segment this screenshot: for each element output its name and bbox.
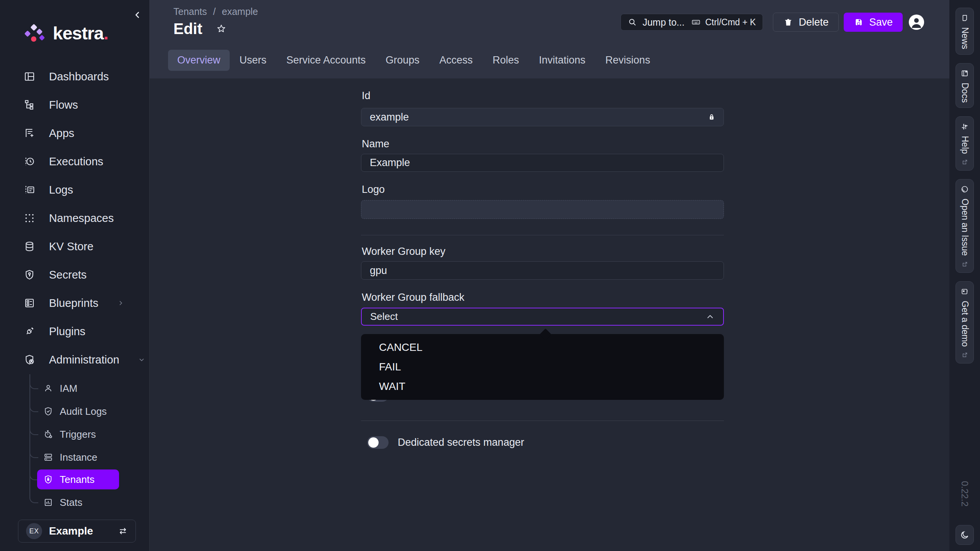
search-shortcut: Ctrl/Cmd + K bbox=[691, 17, 756, 28]
plugins-icon bbox=[24, 326, 35, 337]
tenant-switcher[interactable]: EX Example bbox=[18, 520, 136, 543]
sidebar-item-label: Administration bbox=[49, 354, 119, 366]
external-link-icon bbox=[962, 352, 968, 358]
sidebar: kestra. Dashboards Flows Apps Executions bbox=[0, 0, 149, 551]
sidebar-subitem-instance[interactable]: Instance bbox=[37, 447, 106, 467]
id-input[interactable] bbox=[361, 108, 724, 126]
logo-label: Logo bbox=[362, 184, 385, 196]
sidebar-subitem-tenants[interactable]: Tenants bbox=[37, 469, 119, 489]
sidebar-item-blueprints[interactable]: Blueprints bbox=[0, 289, 149, 317]
github-icon bbox=[960, 185, 969, 194]
lock-icon bbox=[707, 112, 716, 122]
delete-button[interactable]: Delete bbox=[773, 13, 839, 32]
logo-upload-dropzone[interactable] bbox=[361, 200, 724, 219]
executions-icon bbox=[24, 156, 35, 167]
tab-revisions[interactable]: Revisions bbox=[595, 50, 660, 71]
worker-group-key-label: Worker Group key bbox=[362, 246, 446, 258]
sidebar-subitem-label: Triggers bbox=[60, 429, 96, 440]
tab-bar: Overview Users Service Accounts Groups A… bbox=[168, 50, 660, 71]
tab-users[interactable]: Users bbox=[230, 50, 277, 71]
sidebar-item-executions[interactable]: Executions bbox=[0, 147, 149, 176]
rail-open-issue-button[interactable]: Open an Issue bbox=[956, 179, 974, 273]
sidebar-subitem-label: Stats bbox=[60, 497, 82, 509]
external-link-icon bbox=[962, 261, 968, 267]
sidebar-nav: Dashboards Flows Apps Executions Logs Na… bbox=[0, 62, 149, 374]
rail-label: Open an Issue bbox=[960, 199, 970, 256]
rail-help-button[interactable]: Help bbox=[956, 116, 974, 171]
kestra-logo-mark bbox=[22, 21, 46, 45]
rail-docs-button[interactable]: Docs bbox=[956, 63, 974, 108]
sidebar-item-flows[interactable]: Flows bbox=[0, 91, 149, 119]
page-header: Tenants / example Edit Jump to... bbox=[150, 0, 949, 78]
dedicated-secrets-toggle[interactable] bbox=[367, 436, 389, 449]
sidebar-item-label: Blueprints bbox=[49, 297, 98, 310]
jump-to-search[interactable]: Jump to... Ctrl/Cmd + K bbox=[621, 14, 763, 31]
sidebar-subitem-audit-logs[interactable]: Audit Logs bbox=[37, 401, 115, 421]
option-fail[interactable]: FAIL bbox=[361, 357, 724, 377]
breadcrumb-tenants[interactable]: Tenants bbox=[173, 6, 207, 17]
rail-label: News bbox=[960, 27, 970, 49]
rail-news-button[interactable]: News bbox=[956, 8, 974, 55]
name-input[interactable] bbox=[361, 154, 724, 172]
option-wait[interactable]: WAIT bbox=[361, 377, 724, 396]
worker-group-key-input[interactable] bbox=[361, 261, 724, 280]
worker-group-fallback-select[interactable]: Select bbox=[361, 308, 724, 326]
sidebar-item-label: Flows bbox=[49, 99, 78, 111]
slack-icon bbox=[960, 122, 969, 131]
star-icon bbox=[216, 23, 227, 35]
breadcrumb-block: Tenants / example Edit bbox=[173, 6, 258, 37]
breadcrumb-example[interactable]: example bbox=[222, 6, 258, 17]
favorite-button[interactable] bbox=[216, 23, 227, 35]
tenant-avatar: EX bbox=[26, 523, 42, 539]
sidebar-item-logs[interactable]: Logs bbox=[0, 176, 149, 204]
tab-overview[interactable]: Overview bbox=[168, 50, 230, 71]
sidebar-item-apps[interactable]: Apps bbox=[0, 119, 149, 147]
theme-toggle-button[interactable] bbox=[956, 525, 974, 545]
tab-access[interactable]: Access bbox=[430, 50, 483, 71]
sidebar-item-kv-store[interactable]: KV Store bbox=[0, 232, 149, 261]
tab-service-accounts[interactable]: Service Accounts bbox=[276, 50, 376, 71]
sidebar-item-administration[interactable]: Administration bbox=[0, 346, 149, 374]
instance-icon bbox=[43, 452, 53, 462]
page-title: Edit bbox=[173, 20, 203, 37]
sidebar-subitem-stats[interactable]: Stats bbox=[37, 492, 91, 512]
right-rail: News Docs Help Open an Issue Get a demo … bbox=[949, 0, 980, 551]
sidebar-subitem-iam[interactable]: IAM bbox=[37, 378, 86, 398]
sidebar-item-label: Executions bbox=[49, 155, 103, 168]
user-avatar[interactable] bbox=[909, 15, 924, 30]
keyboard-icon bbox=[691, 18, 701, 27]
sidebar-item-label: Apps bbox=[49, 127, 74, 140]
tab-invitations[interactable]: Invitations bbox=[529, 50, 596, 71]
trash-icon bbox=[783, 17, 793, 27]
audit-logs-icon bbox=[43, 406, 53, 416]
chevron-down-icon bbox=[138, 356, 145, 364]
breadcrumb: Tenants / example bbox=[173, 6, 258, 17]
sidebar-item-secrets[interactable]: Secrets bbox=[0, 261, 149, 289]
tab-roles[interactable]: Roles bbox=[483, 50, 529, 71]
sidebar-item-plugins[interactable]: Plugins bbox=[0, 317, 149, 346]
tab-groups[interactable]: Groups bbox=[376, 50, 430, 71]
save-button[interactable]: Save bbox=[844, 13, 903, 32]
sidebar-item-namespaces[interactable]: Namespaces bbox=[0, 204, 149, 232]
dedicated-secrets-row: Dedicated secrets manager bbox=[367, 436, 524, 449]
option-cancel[interactable]: CANCEL bbox=[361, 337, 724, 357]
dedicated-secrets-label: Dedicated secrets manager bbox=[398, 437, 524, 448]
breadcrumb-separator: / bbox=[213, 6, 216, 17]
select-placeholder: Select bbox=[370, 311, 706, 323]
sidebar-subitem-label: Instance bbox=[60, 452, 97, 463]
search-placeholder: Jump to... bbox=[642, 17, 686, 28]
sidebar-subitem-triggers[interactable]: Triggers bbox=[37, 424, 104, 444]
rail-get-demo-button[interactable]: Get a demo bbox=[956, 281, 974, 364]
kestra-logo[interactable]: kestra. bbox=[22, 21, 108, 45]
apps-icon bbox=[24, 127, 35, 139]
iam-icon bbox=[43, 383, 53, 393]
sidebar-item-dashboards[interactable]: Dashboards bbox=[0, 62, 149, 91]
sidebar-collapse-icon[interactable] bbox=[132, 8, 145, 21]
stats-icon bbox=[43, 497, 53, 507]
name-label: Name bbox=[362, 138, 389, 150]
sidebar-item-label: Plugins bbox=[49, 325, 85, 338]
moon-stars-icon bbox=[960, 530, 970, 540]
rail-label: Docs bbox=[960, 83, 970, 103]
secrets-icon bbox=[24, 269, 35, 280]
flows-icon bbox=[24, 99, 35, 111]
